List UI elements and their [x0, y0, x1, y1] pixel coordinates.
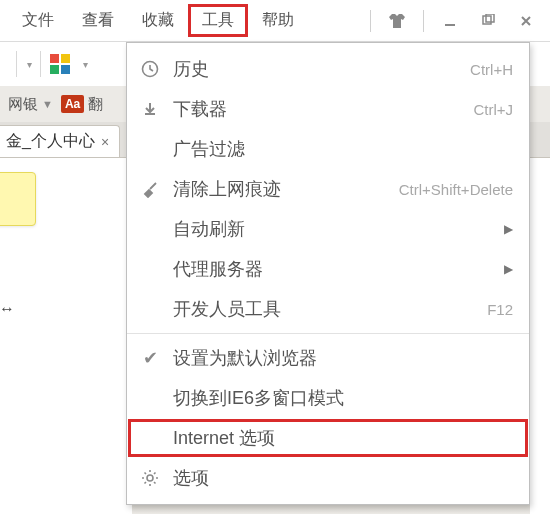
menu-tools[interactable]: 工具 [188, 4, 248, 37]
svg-rect-2 [486, 14, 494, 22]
download-icon [137, 101, 163, 117]
menu-favorites[interactable]: 收藏 [128, 4, 188, 37]
submenu-arrow-icon: ▶ [504, 262, 513, 276]
menu-devtools[interactable]: 开发人员工具 F12 [127, 289, 529, 329]
tab-active[interactable]: 金_个人中心 × [0, 125, 120, 157]
shortcut: Ctrl+J [473, 101, 513, 118]
maximize-icon [481, 14, 495, 28]
collapse-handle-icon[interactable]: ↔ [0, 298, 22, 320]
menu-label: 选项 [173, 466, 209, 490]
menu-label: 自动刷新 [173, 217, 245, 241]
menu-label: 切换到IE6多窗口模式 [173, 386, 344, 410]
shortcut: F12 [487, 301, 513, 318]
window-controls [366, 7, 550, 35]
svg-rect-1 [483, 16, 491, 24]
tab-title: 金_个人中心 [6, 131, 95, 152]
bookmark-item-bank[interactable]: 网银 [8, 95, 38, 114]
menu-label: 设置为默认浏览器 [173, 346, 317, 370]
close-button[interactable] [510, 7, 542, 35]
minimize-icon [443, 14, 457, 28]
menu-label: 广告过滤 [173, 137, 245, 161]
menu-proxy[interactable]: 代理服务器 ▶ [127, 249, 529, 289]
menu-label: Internet 选项 [173, 426, 275, 450]
menu-downloads[interactable]: 下载器 Ctrl+J [127, 89, 529, 129]
menu-label: 下载器 [173, 97, 227, 121]
close-icon [519, 14, 533, 28]
translate-icon[interactable]: Aa [61, 95, 84, 113]
menu-internet-options[interactable]: Internet 选项 [127, 418, 529, 458]
toolbar-chevron-icon: ▾ [83, 59, 88, 70]
menu-clear-browsing[interactable]: 清除上网痕迹 Ctrl+Shift+Delete [127, 169, 529, 209]
shirt-icon [389, 14, 405, 28]
submenu-arrow-icon: ▶ [504, 222, 513, 236]
menu-adblock[interactable]: 广告过滤 [127, 129, 529, 169]
minimize-button[interactable] [434, 7, 466, 35]
menu-default-browser[interactable]: ✔ 设置为默认浏览器 [127, 338, 529, 378]
menu-options[interactable]: 选项 [127, 458, 529, 498]
svg-rect-5 [50, 65, 59, 74]
svg-rect-0 [445, 24, 455, 26]
svg-rect-6 [61, 65, 70, 74]
google-icon[interactable] [49, 53, 71, 75]
menu-auto-refresh[interactable]: 自动刷新 ▶ [127, 209, 529, 249]
check-icon: ✔ [137, 347, 163, 369]
menubar: 文件 查看 收藏 工具 帮助 [0, 0, 550, 42]
menu-history[interactable]: 历史 Ctrl+H [127, 49, 529, 89]
sticky-note[interactable] [0, 172, 36, 226]
gear-icon [137, 469, 163, 487]
brush-icon [137, 180, 163, 198]
menu-label: 代理服务器 [173, 257, 263, 281]
tools-dropdown: 历史 Ctrl+H 下载器 Ctrl+J 广告过滤 清除上网痕迹 Ctrl+Sh… [126, 42, 530, 505]
menu-ie6-mode[interactable]: 切换到IE6多窗口模式 [127, 378, 529, 418]
toolbar-chevron-icon: ▾ [27, 59, 32, 70]
svg-point-8 [147, 475, 153, 481]
menu-label: 清除上网痕迹 [173, 177, 281, 201]
menu-separator [127, 333, 529, 334]
menu-view[interactable]: 查看 [68, 4, 128, 37]
tab-close-icon[interactable]: × [101, 134, 109, 150]
skin-button[interactable] [381, 7, 413, 35]
shortcut: Ctrl+Shift+Delete [399, 181, 513, 198]
menu-label: 开发人员工具 [173, 297, 281, 321]
shortcut: Ctrl+H [470, 61, 513, 78]
maximize-button[interactable] [472, 7, 504, 35]
menu-file[interactable]: 文件 [8, 4, 68, 37]
menu-label: 历史 [173, 57, 209, 81]
clock-icon [137, 60, 163, 78]
bookmark-item-translate[interactable]: 翻 [88, 95, 103, 114]
svg-rect-3 [50, 54, 59, 63]
chevron-down-icon: ▼ [42, 98, 53, 110]
svg-rect-4 [61, 54, 70, 63]
menu-help[interactable]: 帮助 [248, 4, 308, 37]
